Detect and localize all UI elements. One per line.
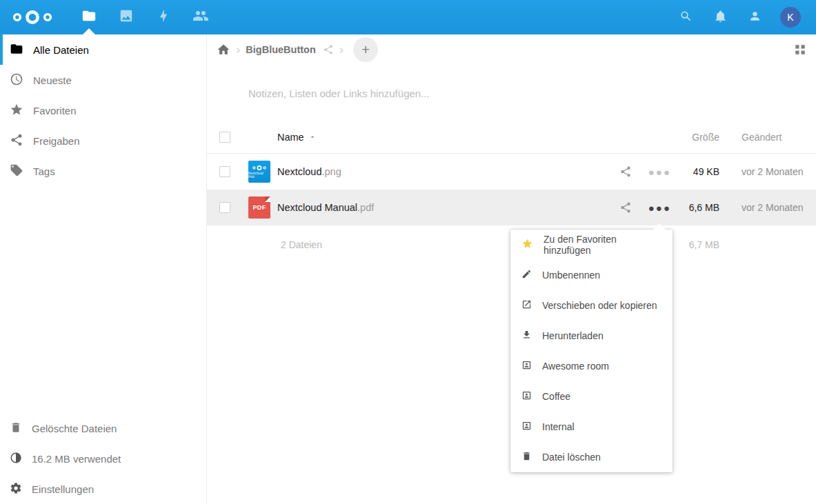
sort-by-name[interactable]: Name	[277, 132, 588, 143]
gear-icon	[10, 482, 22, 496]
file-name[interactable]: Nextcloud.png	[277, 166, 588, 177]
share-icon[interactable]	[619, 201, 632, 214]
quota-pie-icon	[10, 452, 22, 466]
menu-item-favorite[interactable]: Zu den Favoriten hinzufügen	[510, 230, 673, 260]
menu-item-label: Zu den Favoriten hinzufügen	[544, 234, 661, 256]
chevron-right-icon: ›	[236, 42, 240, 57]
files-sidebar: Alle Dateien Neueste Favoriten Freigaben…	[0, 34, 207, 504]
select-all-checkbox[interactable]	[219, 132, 230, 143]
pdf-label: PDF	[253, 204, 266, 211]
sidebar-item-label: Freigaben	[33, 135, 80, 147]
home-icon[interactable]	[217, 43, 230, 57]
menu-item-room-internal[interactable]: Internal	[510, 412, 673, 442]
file-size: 49 KB	[671, 166, 719, 177]
pdf-thumbnail: PDF	[248, 196, 270, 219]
grid-view-toggle[interactable]	[794, 43, 806, 56]
file-modified: vor 2 Monaten	[719, 166, 816, 177]
sidebar-footer: Gelöschte Dateien 16.2 MB verwendet Eins…	[0, 413, 206, 504]
sidebar-item-label: Favoriten	[33, 105, 77, 117]
person-icon	[748, 10, 762, 26]
nextcloud-logo[interactable]	[11, 7, 54, 28]
top-bar: K	[0, 0, 816, 34]
sidebar-item-label: Einstellungen	[32, 483, 94, 495]
room-icon	[521, 360, 532, 372]
sidebar-item-recent[interactable]: Neueste	[0, 65, 206, 95]
menu-item-label: Awesome room	[542, 361, 609, 372]
png-thumbnail: Nextcloud Hub	[248, 161, 270, 183]
table-row[interactable]: Nextcloud Hub Nextcloud.png ●●● 49 KB vo…	[207, 154, 816, 190]
menu-item-label: Coffee	[542, 391, 570, 402]
app-menu	[70, 0, 219, 34]
menu-item-download[interactable]: Herunterladen	[510, 321, 673, 351]
pencil-icon	[521, 269, 532, 281]
notes-input[interactable]: Notizen, Listen oder Links hinzufügen...	[207, 88, 816, 99]
sidebar-item-label: Neueste	[33, 74, 72, 86]
plus-icon: +	[361, 41, 370, 58]
menu-item-room-coffee[interactable]: Coffee	[510, 381, 673, 412]
folder-icon	[81, 8, 97, 26]
menu-item-rename[interactable]: Umbenennen	[510, 260, 673, 290]
clock-icon	[10, 72, 23, 88]
notifications-button[interactable]	[703, 0, 737, 34]
file-actions-menu: Zu den Favoriten hinzufügen Umbenennen V…	[510, 230, 673, 472]
total-size: 6,7 MB	[671, 239, 719, 250]
menu-item-label: Internal	[542, 421, 575, 432]
star-icon	[521, 238, 533, 252]
trash-icon	[521, 451, 532, 463]
sidebar-item-deleted-files[interactable]: Gelöschte Dateien	[0, 413, 206, 443]
search-button[interactable]	[668, 0, 703, 34]
avatar-initial: K	[787, 12, 793, 23]
sort-ascending-icon	[308, 132, 317, 143]
sidebar-item-all-files[interactable]: Alle Dateien	[0, 34, 206, 65]
menu-item-room-awesome[interactable]: Awesome room	[510, 351, 673, 381]
more-actions-icon[interactable]: ●●●	[648, 167, 671, 177]
room-icon	[521, 421, 532, 433]
thumbnail-caption: Nextcloud Hub	[248, 172, 270, 179]
app-activity[interactable]	[145, 0, 182, 34]
app-photos[interactable]	[108, 0, 145, 34]
contacts-menu-button[interactable]	[737, 0, 772, 34]
file-name[interactable]: Nextcloud Manual.pdf	[277, 202, 588, 213]
breadcrumb-folder[interactable]: BigBlueButton	[246, 44, 315, 55]
sidebar-item-tags[interactable]: Tags	[0, 156, 206, 186]
move-icon	[521, 299, 532, 312]
share-icon	[10, 133, 23, 149]
room-icon	[521, 390, 532, 403]
row-checkbox[interactable]	[219, 166, 230, 177]
search-icon	[679, 10, 693, 26]
sidebar-item-favorites[interactable]: Favoriten	[0, 95, 206, 125]
app-contacts[interactable]	[182, 0, 219, 34]
row-checkbox[interactable]	[219, 202, 230, 213]
sidebar-item-shares[interactable]: Freigaben	[0, 125, 206, 156]
tag-icon	[10, 163, 23, 179]
sidebar-item-label: Gelöschte Dateien	[32, 423, 117, 434]
trash-icon	[10, 421, 22, 436]
sidebar-item-settings[interactable]: Einstellungen	[0, 474, 206, 504]
menu-item-delete[interactable]: Datei löschen	[510, 442, 673, 472]
more-actions-icon[interactable]: ●●●	[648, 203, 671, 213]
download-icon	[521, 330, 532, 342]
table-row[interactable]: PDF Nextcloud Manual.pdf ●●● 6,6 MB vor …	[207, 190, 816, 225]
share-icon[interactable]	[323, 44, 334, 55]
breadcrumb: › BigBlueButton › +	[207, 34, 816, 65]
menu-item-label: Verschieben oder kopieren	[542, 300, 657, 311]
bell-icon	[714, 10, 727, 26]
folder-icon	[10, 42, 23, 58]
chevron-right-icon: ›	[339, 42, 344, 57]
sidebar-item-label: Alle Dateien	[33, 44, 89, 56]
sidebar-item-quota[interactable]: 16.2 MB verwendet	[0, 443, 206, 474]
header-size-label[interactable]: Größe	[671, 132, 719, 143]
users-icon	[192, 8, 209, 27]
file-modified: vor 2 Monaten	[719, 202, 816, 213]
share-icon[interactable]	[619, 165, 632, 178]
menu-item-label: Datei löschen	[542, 452, 601, 463]
app-files[interactable]	[70, 0, 108, 34]
menu-item-label: Umbenennen	[542, 270, 600, 281]
menu-item-move-copy[interactable]: Verschieben oder kopieren	[510, 290, 673, 321]
header-modified-label[interactable]: Geändert	[719, 132, 816, 143]
header-name-label: Name	[277, 132, 304, 143]
table-header: Name Größe Geändert	[207, 121, 816, 154]
new-file-button[interactable]: +	[353, 37, 378, 62]
user-avatar[interactable]: K	[780, 7, 801, 28]
menu-item-label: Herunterladen	[542, 330, 604, 341]
